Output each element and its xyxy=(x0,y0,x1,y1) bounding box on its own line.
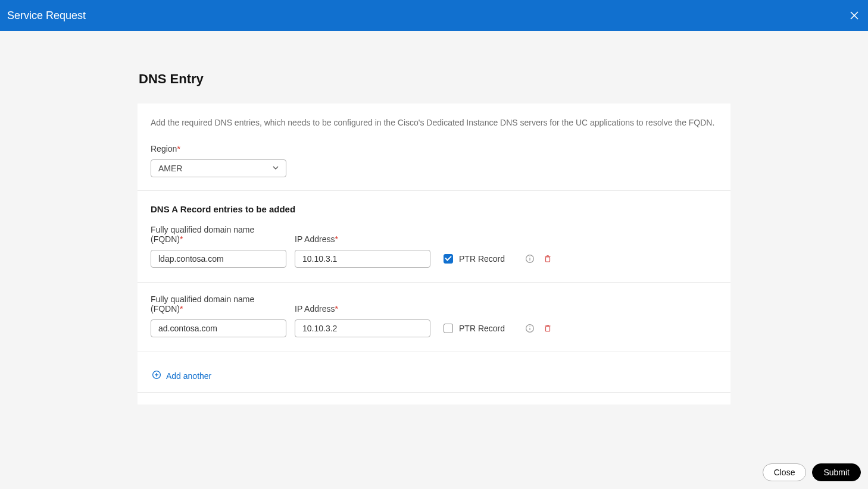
trash-icon[interactable] xyxy=(543,254,552,264)
info-icon[interactable] xyxy=(525,254,535,264)
ptr-checkbox[interactable] xyxy=(444,324,453,333)
page-title: DNS Entry xyxy=(138,71,730,87)
ip-label: IP Address* xyxy=(295,234,430,244)
close-button[interactable]: Close xyxy=(763,463,807,481)
record-row: Fully qualified domain name (FQDN)* IP A… xyxy=(151,225,717,282)
footer: Close Submit xyxy=(0,456,868,489)
region-value: AMER xyxy=(158,164,182,173)
ptr-label: PTR Record xyxy=(459,254,505,264)
region-label: Region* xyxy=(151,144,717,153)
trash-icon[interactable] xyxy=(543,324,552,333)
modal-header: Service Request xyxy=(0,0,868,31)
ip-input[interactable] xyxy=(295,319,430,337)
fqdn-label: Fully qualified domain name (FQDN)* xyxy=(151,294,286,314)
divider xyxy=(138,190,730,191)
svg-point-12 xyxy=(529,326,530,327)
divider xyxy=(138,392,730,393)
form-card: Add the required DNS entries, which need… xyxy=(138,104,730,405)
divider xyxy=(138,352,730,352)
add-another-button[interactable]: Add another xyxy=(151,364,717,392)
ptr-label: PTR Record xyxy=(459,324,505,333)
close-icon[interactable] xyxy=(849,10,860,21)
form-description: Add the required DNS entries, which need… xyxy=(151,118,717,127)
record-row: Fully qualified domain name (FQDN)* IP A… xyxy=(151,294,717,352)
fqdn-label: Fully qualified domain name (FQDN)* xyxy=(151,225,286,244)
svg-point-4 xyxy=(529,256,530,257)
plus-circle-icon xyxy=(152,370,161,381)
ip-input[interactable] xyxy=(295,250,430,268)
fqdn-input[interactable] xyxy=(151,319,286,337)
ptr-checkbox[interactable] xyxy=(444,254,453,264)
add-another-label: Add another xyxy=(166,371,211,381)
fqdn-input[interactable] xyxy=(151,250,286,268)
modal-title: Service Request xyxy=(7,10,86,22)
svg-rect-5 xyxy=(546,257,550,262)
content-area: DNS Entry Add the required DNS entries, … xyxy=(0,31,868,405)
info-icon[interactable] xyxy=(525,324,535,333)
records-section-title: DNS A Record entries to be added xyxy=(151,204,717,214)
divider xyxy=(138,282,730,283)
submit-button[interactable]: Submit xyxy=(812,463,861,481)
region-select[interactable]: AMER xyxy=(151,159,286,177)
svg-rect-13 xyxy=(546,327,550,331)
ip-label: IP Address* xyxy=(295,304,430,314)
